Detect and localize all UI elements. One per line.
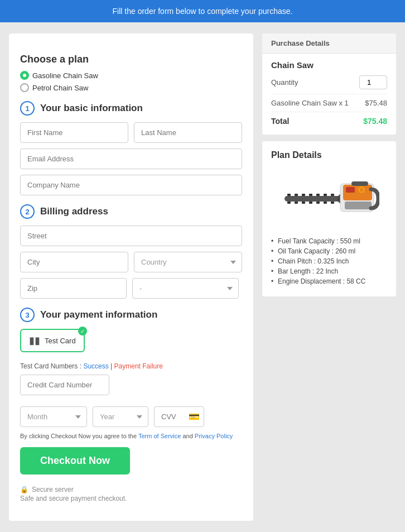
month-select[interactable]: Month 01 02 03 12 (20, 406, 87, 427)
spec-oil: Oil Tank Capacity : 260 ml (271, 247, 387, 255)
plan-petrol-label: Petrol Chain Saw (32, 84, 88, 92)
svg-rect-1 (287, 194, 291, 196)
lock-icon: 🔒 (20, 486, 28, 493)
plan-details-title: Plan Details (271, 150, 387, 160)
plan-specs-list: Fuel Tank Capacity : 550 ml Oil Tank Cap… (271, 237, 387, 285)
step2-section: 2 Billing address Country United States … (20, 204, 242, 299)
plan-option-gasoline[interactable]: Gasoline Chain Saw (20, 71, 242, 80)
step2-label: Billing address (40, 206, 108, 217)
last-name-input[interactable] (134, 122, 242, 143)
spec-fuel: Fuel Tank Capacity : 550 ml (271, 237, 387, 245)
zip-input[interactable] (20, 278, 127, 299)
svg-rect-6 (324, 194, 327, 196)
svg-rect-13 (324, 202, 327, 204)
step1-label: Your basic information (40, 103, 143, 114)
plan-option-petrol[interactable]: Petrol Chain Saw (20, 83, 242, 92)
test-card-numbers: Test Card Numbers : Success | Payment Fa… (20, 362, 242, 370)
street-input[interactable] (20, 226, 242, 246)
choose-plan-section: Choose a plan Gasoline Chain Saw Petrol … (20, 54, 242, 92)
country-select[interactable]: Country United States United Kingdom Can… (134, 252, 242, 272)
step2-circle: 2 (20, 204, 35, 219)
choose-plan-title: Choose a plan (20, 54, 242, 65)
svg-rect-0 (285, 196, 346, 202)
state-select[interactable]: - California New York (132, 278, 239, 299)
main-content: Choose a plan Gasoline Chain Saw Petrol … (0, 22, 405, 532)
company-input[interactable] (20, 175, 242, 195)
card-check-badge: ✓ (78, 327, 87, 336)
item-price: $75.48 (365, 99, 387, 107)
left-panel: Choose a plan Gasoline Chain Saw Petrol … (9, 33, 253, 521)
step3-header: 3 Your payment information (20, 308, 242, 322)
item-row: Gasoline Chain Saw x 1 $75.48 (271, 99, 387, 107)
checkout-button[interactable]: Checkout Now (20, 447, 130, 475)
svg-rect-20 (351, 181, 368, 186)
cvv-wrapper: 💳 (154, 406, 204, 427)
city-country-row: Country United States United Kingdom Can… (20, 252, 242, 272)
city-input[interactable] (20, 252, 128, 272)
spec-pitch: Chain Pitch : 0.325 Inch (271, 257, 387, 265)
product-title: Chain Saw (271, 60, 387, 70)
svg-rect-8 (287, 202, 291, 204)
item-label: Gasoline Chain Saw x 1 (271, 99, 349, 107)
card-icon: ▮▮ (29, 334, 40, 347)
chainsaw-image (271, 167, 387, 231)
test-card-button[interactable]: ▮▮ Test Card ✓ (20, 329, 85, 352)
step3-section: 3 Your payment information ▮▮ Test Card … (20, 308, 242, 427)
tos-link[interactable]: Term of Service (138, 433, 181, 439)
svg-rect-21 (346, 187, 355, 193)
total-row: Total $75.48 (271, 112, 387, 126)
svg-rect-11 (309, 202, 312, 204)
year-select[interactable]: Year 2024 2025 2026 (93, 406, 148, 427)
step1-circle: 1 (20, 101, 35, 116)
quantity-label: Quantity (271, 78, 298, 87)
privacy-link[interactable]: Privacy Policy (195, 433, 233, 439)
checkout-btn-label: Checkout Now (40, 455, 110, 466)
separator: | (109, 362, 114, 370)
street-row (20, 226, 242, 246)
chainsaw-svg (279, 167, 379, 228)
total-value: $75.48 (363, 117, 387, 126)
radio-gasoline (20, 71, 29, 80)
name-row (20, 122, 242, 143)
success-link[interactable]: Success (83, 362, 108, 370)
quantity-input[interactable] (359, 75, 387, 89)
email-row (20, 148, 242, 169)
page-wrapper: Fill the order form below to complete yo… (0, 0, 405, 532)
svg-rect-12 (316, 202, 320, 204)
svg-rect-14 (331, 202, 334, 204)
step2-header: 2 Billing address (20, 204, 242, 219)
plan-details-box: Plan Details (262, 141, 396, 296)
terms-text: By clicking Checkout Now you agree to th… (20, 433, 242, 439)
test-card-label: Test Card Numbers : (20, 362, 83, 370)
secure-sub: Safe and secure payment checkout. (20, 495, 242, 502)
cc-number-input[interactable] (20, 375, 109, 395)
top-banner: Fill the order form below to complete yo… (0, 0, 405, 22)
svg-rect-7 (331, 194, 334, 196)
right-panel: Purchase Details Chain Saw Quantity Gaso… (262, 33, 396, 521)
first-name-input[interactable] (20, 122, 128, 143)
svg-rect-19 (345, 202, 372, 209)
svg-point-23 (360, 188, 363, 191)
step1-header: 1 Your basic information (20, 101, 242, 116)
svg-rect-4 (309, 194, 312, 196)
secure-label: Secure server (32, 486, 74, 493)
expiry-cvv-row: Month 01 02 03 12 Year 2024 2025 2026 (20, 406, 242, 427)
svg-rect-10 (302, 202, 305, 204)
spec-engine: Engine Displacement : 58 CC (271, 277, 387, 285)
quantity-row: Quantity (271, 75, 387, 89)
zip-state-row: - California New York (20, 278, 242, 299)
company-row (20, 175, 242, 195)
purchase-details-box: Purchase Details Chain Saw Quantity Gaso… (262, 33, 396, 135)
step3-circle: 3 (20, 308, 35, 322)
terms-prefix: By clicking Checkout Now you agree to th… (20, 433, 138, 439)
total-label: Total (271, 117, 289, 126)
step3-label: Your payment information (40, 309, 157, 320)
terms-mid: and (181, 433, 194, 439)
svg-rect-3 (302, 194, 305, 196)
cvv-card-icon: 💳 (189, 411, 200, 422)
svg-rect-5 (316, 194, 320, 196)
payment-failure-link[interactable]: Payment Failure (114, 362, 163, 370)
secure-info: 🔒 Secure server (20, 486, 242, 493)
email-input[interactable] (20, 148, 242, 169)
spec-bar: Bar Length : 22 Inch (271, 267, 387, 275)
